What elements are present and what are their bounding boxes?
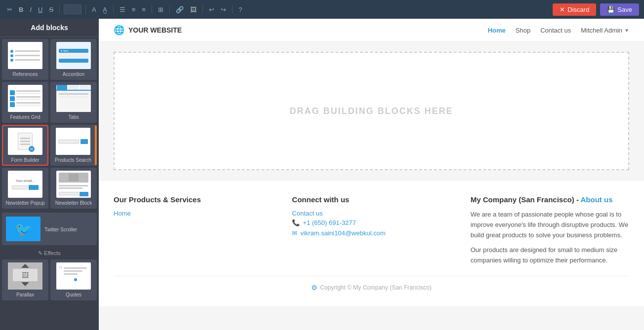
font-size-input[interactable]: 14 [64,4,81,14]
arrow-up-icon [21,264,29,268]
sidebar-item-newsletter-block[interactable]: Newsletter Block [50,168,97,209]
logo-text: YOUR WEBSITE [128,26,182,34]
footer-about-link[interactable]: About us [580,195,612,204]
toolbar-divider-3 [113,5,114,14]
chevron-down-icon: ▼ [624,28,629,33]
footer-link-home[interactable]: Home [114,210,272,217]
save-button[interactable]: 💾 Save [600,3,639,16]
footer-copyright: ⚙ Copyright © My Company (San Francisco) [114,276,629,292]
sidebar-item-form-builder[interactable]: ✏ Form Builder [2,125,48,166]
save-label: Save [617,6,632,13]
sidebar-item-parallax[interactable]: 🖼 Parallax [2,259,48,300]
toolbar-divider-1 [59,5,60,14]
sidebar-title: Add blocks [0,19,99,37]
toolbar-divider-6 [202,5,203,14]
phone-icon: 📞 [292,219,300,226]
toolbar-divider-7 [232,5,233,14]
parallax-label: Parallax [16,292,34,297]
table-icon[interactable]: ⊞ [156,5,165,14]
references-label: References [12,72,38,77]
quote-icon: " [59,265,62,275]
footer-phone: 📞 +1 (650) 691-3277 [292,219,450,226]
website-footer: Our Products & Services Home Connect wit… [99,180,644,306]
form-builder-preview: ✏ [8,128,42,155]
sidebar-item-newsletter-popup[interactable]: Your email... Newsletter Popup [2,168,48,209]
link-icon[interactable]: 🔗 [174,5,186,14]
font-color-icon[interactable]: A [90,5,98,14]
newsletter-block-preview [56,171,91,198]
accordion-preview: ▼ Item [56,42,91,69]
discard-label: Discard [567,6,589,13]
main-layout: Add blocks References ▼ Item [0,19,644,330]
redo-icon[interactable]: ↪ [219,5,228,14]
footer-col3-text2: Our products are designed for small to m… [471,245,629,266]
footer-link-contact-us[interactable]: Contact us [292,210,450,217]
sidebar-item-references[interactable]: References [2,39,48,80]
drop-zone-text: DRAG BUILDING BLOCKS HERE [289,106,453,116]
products-search-label: Products Search [55,157,91,163]
list-unordered-icon[interactable]: ☰ [118,5,127,14]
underline-icon[interactable]: U [36,5,44,14]
toolbar-divider-5 [169,5,170,14]
email-icon: ✉ [292,229,297,237]
accordion-label: Accordion [63,72,84,77]
quotes-label: Quotes [66,292,81,297]
arrow-down-icon [21,282,29,286]
toolbar-right: ✕ Discard 💾 Save [553,3,639,16]
footer-col3-title: My Company (San Francisco) - About us [471,195,629,204]
globe-icon: 🌐 [114,25,124,36]
references-preview [8,42,42,69]
footer-columns: Our Products & Services Home Connect wit… [114,195,629,266]
toolbar-divider-2 [85,5,86,14]
footer-phone-number: +1 (650) 691-3277 [303,219,356,226]
blocks-grid-twitter: 🐦 Twitter Scroller [0,211,99,247]
blocks-grid-effects: 🖼 Parallax " [0,257,99,302]
toolbar-icons: ✂ B I U S 14 A A̲ ☰ ≡ ≡ ⊞ 🔗 🖼 ↩ ↪ ? [5,4,550,14]
copyright-text: Copyright © My Company (San Francisco) [320,284,432,291]
website-logo: 🌐 YOUR WEBSITE [114,25,182,36]
tabs-preview [56,85,91,112]
features-grid-label: Features Grid [10,114,40,120]
quotes-preview: " [56,262,91,290]
align-icon[interactable]: ≡ [140,5,148,14]
nav-links: Home Shop Contact us Mitchell Admin ▼ [488,27,629,34]
newsletter-block-label: Newsletter Block [55,200,92,206]
font-bg-icon[interactable]: A̲ [101,5,109,14]
close-icon: ✕ [560,6,565,13]
save-icon: 💾 [607,6,615,13]
sidebar-item-features-grid[interactable]: Features Grid [2,82,48,123]
nav-user-name: Mitchell Admin [581,27,622,34]
nav-link-shop[interactable]: Shop [516,27,530,34]
nav-user-menu[interactable]: Mitchell Admin ▼ [581,27,629,34]
sidebar-item-accordion[interactable]: ▼ Item Accordion [50,39,97,80]
footer-col2-title: Connect with us [292,195,450,204]
undo-icon[interactable]: ↩ [207,5,216,14]
scissors-icon[interactable]: ✂ [5,5,14,14]
newsletter-popup-label: Newsletter Popup [6,200,45,206]
italic-icon[interactable]: I [28,5,34,14]
footer-col-products: Our Products & Services Home [114,195,272,266]
drop-zone[interactable]: DRAG BUILDING BLOCKS HERE [114,52,629,170]
blocks-grid: References ▼ Item Accordion [0,37,99,211]
tabs-label: Tabs [68,114,79,120]
twitter-scroller-preview: 🐦 [6,217,40,241]
sidebar-item-twitter-scroller[interactable]: 🐦 Twitter Scroller [2,213,97,245]
strikethrough-icon[interactable]: S [47,5,55,14]
footer-col-company: My Company (San Francisco) - About us We… [471,195,629,266]
parallax-preview: 🖼 [8,262,42,290]
discard-button[interactable]: ✕ Discard [553,3,596,16]
nav-link-home[interactable]: Home [488,27,506,34]
image-icon[interactable]: 🖼 [188,5,199,14]
newsletter-popup-preview: Your email... [8,171,42,198]
toolbar-divider-4 [152,5,152,14]
footer-email-address: vikram.saini104@webkul.com [300,229,385,237]
sidebar-item-tabs[interactable]: Tabs [50,82,97,123]
help-icon[interactable]: ? [237,5,244,14]
twitter-scroller-label: Twitter Scroller [44,227,77,232]
sidebar-item-quotes[interactable]: " Quotes [50,259,97,300]
list-ordered-icon[interactable]: ≡ [130,5,138,14]
sidebar-item-products-search[interactable]: Products Search [50,125,97,166]
website-nav: 🌐 YOUR WEBSITE Home Shop Contact us Mitc… [99,19,644,42]
nav-link-contact[interactable]: Contact us [540,27,571,34]
bold-icon[interactable]: B [17,5,25,14]
